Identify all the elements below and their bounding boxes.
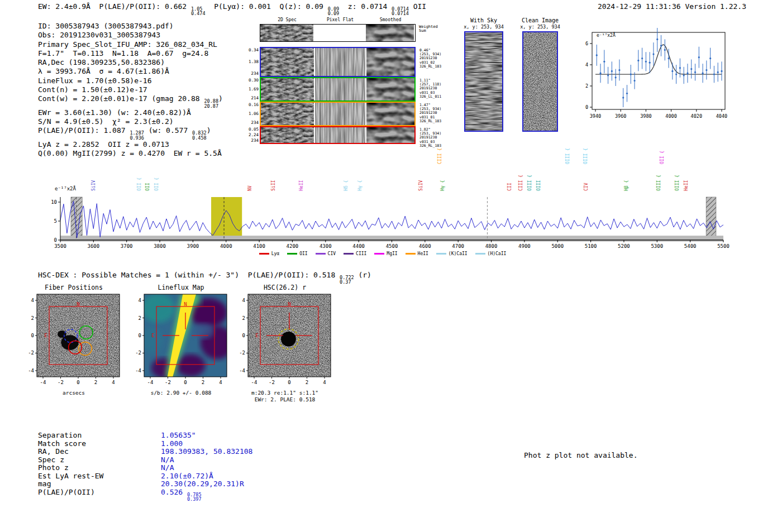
with-sky-title: With Sky — [462, 17, 505, 24]
twod-row: WeightedSum — [260, 24, 416, 42]
match-field-value: N/A — [161, 456, 174, 464]
twod-row: 0.161.062341.47"(253, 934)20191230v031_0… — [260, 102, 416, 126]
info-line: RA,Dec (198.309235,50.832386) — [38, 58, 223, 67]
emission-line-label: OIII — [536, 180, 541, 191]
data-point — [652, 53, 654, 55]
info-line: Cont(w) = 2.20(±0.01)e-17 (gmag 20.88 20… — [38, 94, 223, 108]
svg-text:5: 5 — [54, 218, 57, 224]
emission-line-labels: SiIVOII {OIIOII {NVSiIIHeIIHδ {Hγ {SiIVC… — [34, 141, 732, 192]
svg-text:-2: -2 — [269, 380, 275, 385]
clean-image-block: Clean Image x, y: 253, 934 — [519, 17, 561, 132]
svg-text:4000: 4000 — [220, 243, 232, 249]
legend-item: (K)CaII — [436, 251, 468, 256]
header-stats: EW: 2.4±0.9Å P(LAE)/P(OII): 0.662 1.050.… — [38, 2, 426, 16]
hsc-r-plot: NE-4-2024-4-2024 — [229, 293, 341, 387]
twod-row-annotation: 1.11"(257, 118)20191230v031_03326_LL_011 — [419, 79, 441, 99]
legend-label: (H)CaII — [488, 251, 507, 256]
emission-line-label: Hβ { — [624, 180, 629, 191]
twod-cell-image — [315, 78, 365, 100]
svg-text:5200: 5200 — [618, 243, 630, 249]
masked-band — [706, 197, 716, 240]
clean-image — [522, 31, 558, 132]
legend-label: (K)CaII — [449, 251, 468, 256]
svg-text:3980: 3980 — [640, 113, 651, 119]
sup-sub-value: 0.7220.37 — [340, 275, 354, 284]
svg-text:2: 2 — [306, 380, 308, 385]
compass-north-label: N — [77, 301, 79, 307]
match-field-label: RA, Dec — [38, 447, 161, 456]
emission-line-label: SiII — [271, 180, 276, 191]
svg-text:-4: -4 — [147, 380, 154, 385]
sup-sub-value: 0.090.09 — [328, 7, 339, 16]
compass-north-label: N — [184, 301, 187, 307]
twod-cell-image — [261, 48, 314, 76]
data-point — [637, 60, 639, 61]
hsc-r-title: HSC(26.2) r — [229, 284, 341, 293]
svg-text:-2: -2 — [239, 350, 245, 356]
svg-text:-4: -4 — [239, 368, 245, 373]
data-point — [667, 57, 669, 59]
emission-line-label: OIII { — [565, 148, 570, 164]
data-point — [607, 74, 609, 76]
clean-image-title: Clean Image — [519, 17, 561, 24]
twod-row-scale-labels: 0.161.06234 — [246, 103, 259, 125]
source-blob — [58, 330, 66, 338]
lineflux-map-xlabel: s/b: 2.90 +/- 0.088 — [125, 390, 237, 396]
svg-text:4: 4 — [585, 62, 588, 68]
lineflux-map-title: Lineflux Map — [125, 284, 237, 293]
data-point — [622, 97, 624, 98]
hsc-r-xlabel: m:20.3 re:1.1" s:1.1" — [229, 390, 341, 396]
data-point — [611, 70, 613, 72]
twod-cell-image — [366, 103, 414, 125]
legend-label: Lyα — [271, 251, 279, 256]
match-field-value: N/A — [161, 463, 174, 472]
svg-text:3960: 3960 — [615, 113, 626, 119]
twod-row: 0.341.382340.46"(253, 934)20191230v031_0… — [260, 47, 416, 77]
data-point — [630, 74, 632, 75]
twod-cell-image — [261, 103, 314, 125]
match-field-label: Est LyA rest-EW — [38, 472, 161, 480]
legend-swatch — [259, 253, 269, 255]
sup-sub-value: 0.8320.458 — [192, 131, 207, 140]
svg-text:-4: -4 — [135, 368, 141, 373]
info-line: LineFlux = 1.70(±0.58)e-16 — [38, 76, 223, 85]
data-point — [690, 68, 692, 70]
twod-cell-image — [261, 78, 314, 100]
with-sky-block: With Sky x, y: 253, 934 — [462, 17, 505, 132]
emission-line-label: CII — [507, 183, 512, 191]
catalog-match-table: Separation1.05635"Match score1.000RA, De… — [38, 431, 252, 496]
svg-text:3600: 3600 — [88, 243, 100, 249]
svg-text:2: 2 — [242, 315, 245, 321]
twod-header-pixelflat: Pixel Flat — [327, 17, 354, 22]
legend-swatch — [287, 253, 297, 255]
emission-line-label: CIII { — [437, 148, 442, 164]
emission-line-label: Hγ { — [440, 180, 445, 191]
data-point — [702, 73, 704, 74]
full-spectrum-chart: 3500360037003800390040004100420043004400… — [34, 193, 732, 260]
data-point — [694, 71, 696, 73]
legend-label: OII — [299, 251, 307, 256]
data-point — [664, 49, 666, 51]
data-point — [618, 69, 620, 71]
compass-east-label: E — [44, 333, 47, 338]
emission-line-inset-chart: 3940396039804000402040400246 — [581, 28, 729, 127]
data-point — [671, 70, 673, 72]
sup-sub-value: 1.2870.936 — [130, 131, 144, 140]
svg-text:4700: 4700 — [452, 243, 464, 249]
info-line: P(LAE)/P(OII): 1.087 1.2870.936 (w: 0.57… — [38, 126, 223, 140]
svg-text:0: 0 — [242, 333, 245, 338]
data-point — [713, 74, 715, 75]
data-point — [717, 71, 719, 73]
table-row: Est LyA rest-EW2.10(±0.72)Å — [38, 472, 252, 480]
svg-text:0: 0 — [288, 380, 290, 385]
svg-text:-4: -4 — [28, 368, 34, 373]
data-point — [615, 76, 617, 78]
compass-east-label: E — [151, 333, 154, 338]
data-point — [649, 62, 651, 64]
svg-text:4400: 4400 — [352, 243, 365, 249]
emission-line-label: SiIV — [91, 180, 96, 191]
legend-item: CIII — [344, 251, 366, 256]
elixer-report-page: EW: 2.4±0.9Å P(LAE)/P(OII): 0.662 1.050.… — [0, 0, 782, 532]
data-point — [641, 57, 643, 59]
svg-text:4: 4 — [139, 298, 141, 303]
